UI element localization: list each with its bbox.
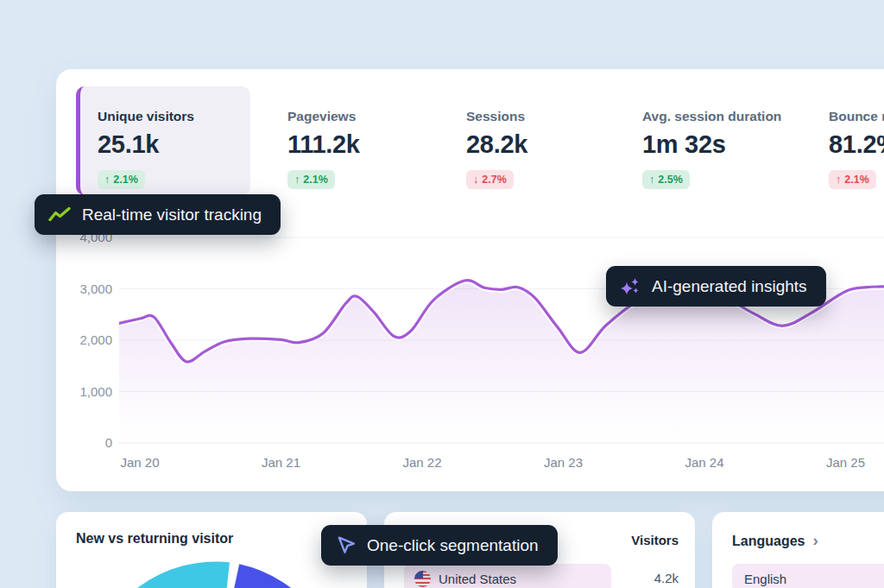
callout-label: One-click segmentation [367,536,539,555]
country-name-pill[interactable]: United States [404,564,611,588]
languages-header[interactable]: Languages› [732,531,818,550]
trend-arrow-icon: ↓ [473,174,478,186]
x-axis-label: Jan 24 [670,455,739,471]
y-axis-label: 0 [56,435,112,451]
stat-bounce-rate[interactable]: Bounce rate 81.2% ↑2.1% [829,86,884,189]
stat-label: Sessions [466,109,527,124]
chevron-right-icon: › [812,531,818,549]
country-visitors-value: 4.2k [654,571,679,585]
x-axis-label: Jan 23 [529,455,598,471]
dashboard-background: { "page": { "background": "#dce9f5", "ca… [0,0,884,588]
stat-change-badge: ↑2.5% [642,170,690,189]
stat-label: Unique visitors [98,109,250,124]
stat-value: 25.1k [98,130,250,159]
country-row-united-states[interactable]: United States 4.2k [404,564,679,588]
trend-arrow-icon: ↑ [294,174,300,186]
us-flag-icon [414,571,431,587]
stat-value: 1m 32s [642,130,781,159]
callout-realtime-tracking: Real-time visitor tracking [35,194,281,235]
stat-label: Bounce rate [829,109,884,124]
stat-avg-session-duration[interactable]: Avg. session duration 1m 32s ↑2.5% [642,86,781,189]
stat-change-badge: ↑2.1% [98,170,145,189]
languages-card: Languages› English [712,512,884,588]
stat-change-badge: ↑2.1% [287,170,335,189]
callout-label: AI-generated insights [652,277,807,296]
stat-unique-visitors[interactable]: Unique visitors 25.1k ↑2.1% [76,86,250,195]
stat-value: 81.2% [829,130,884,159]
language-row-english[interactable]: English [732,564,884,588]
x-axis-label: Jan 25 [811,455,881,471]
callout-one-click-segmentation: One-click segmentation [321,525,558,566]
language-name: English [744,572,786,586]
x-axis-label: Jan 22 [388,455,457,471]
trend-arrow-icon: ↑ [836,174,841,186]
x-axis-label: Jan 21 [247,455,316,471]
sparkles-icon [620,277,641,296]
stat-change-badge: ↑2.1% [829,170,876,189]
trend-arrow-icon: ↑ [104,174,110,186]
new-vs-returning-donut-chart[interactable] [56,512,367,588]
y-axis-label: 1,000 [56,384,112,400]
trend-arrow-icon: ↑ [649,174,654,186]
cursor-icon [335,535,356,556]
visitors-column-header: Visitors [631,533,679,547]
new-vs-returning-card: New vs returning visitor [56,512,367,588]
stat-label: Pageviews [287,109,360,124]
stat-sessions[interactable]: Sessions 28.2k ↓2.7% [466,86,527,189]
stat-value: 28.2k [466,130,527,159]
stat-pageviews[interactable]: Pageviews 111.2k ↑2.1% [287,86,360,189]
y-axis-label: 2,000 [56,332,112,348]
callout-label: Real-time visitor tracking [82,205,262,224]
stat-label: Avg. session duration [642,109,781,124]
visitors-area-chart[interactable] [119,233,884,444]
stat-value: 111.2k [287,130,360,159]
y-axis-label: 3,000 [56,281,112,297]
country-name: United States [439,572,516,586]
callout-ai-insights: AI-generated insights [606,266,826,307]
stat-change-badge: ↓2.7% [466,170,514,189]
x-axis-label: Jan 20 [105,455,174,471]
trend-line-icon [48,206,71,224]
